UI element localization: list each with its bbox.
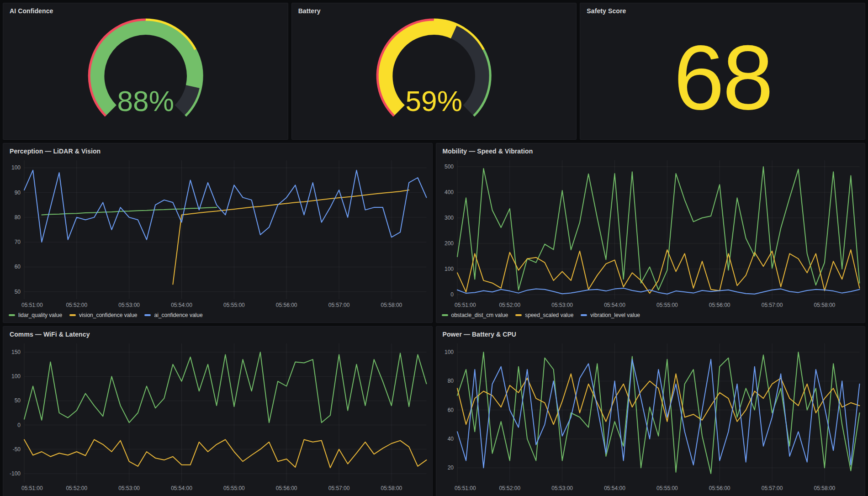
- svg-text:05:55:00: 05:55:00: [656, 485, 678, 491]
- svg-text:500: 500: [444, 164, 453, 170]
- svg-text:0: 0: [17, 422, 21, 428]
- svg-text:-100: -100: [10, 470, 21, 477]
- legend-item[interactable]: obstacle_dist_cm value: [442, 312, 508, 318]
- perception-chart: 506070809010005:51:0005:52:0005:53:0005:…: [3, 156, 432, 311]
- battery-gauge-area: 59%: [292, 16, 577, 139]
- svg-text:05:54:00: 05:54:00: [604, 485, 625, 491]
- legend-label: obstacle_dist_cm value: [451, 312, 508, 318]
- perception-legend: lidar_quality valuevision_confidence val…: [3, 311, 432, 322]
- svg-text:05:53:00: 05:53:00: [118, 485, 140, 491]
- svg-text:05:51:00: 05:51:00: [21, 302, 43, 308]
- svg-text:05:54:00: 05:54:00: [604, 302, 625, 308]
- svg-text:05:57:00: 05:57:00: [328, 485, 350, 491]
- legend-item[interactable]: speed_scaled value: [515, 312, 573, 318]
- svg-text:05:56:00: 05:56:00: [709, 485, 730, 491]
- legend-item[interactable]: vision_confidence value: [69, 312, 137, 318]
- svg-text:05:58:00: 05:58:00: [381, 302, 402, 308]
- bottom-row: Comms — WiFi & Latency -100-500501001500…: [3, 326, 865, 496]
- panel-battery: Battery 59%: [291, 3, 577, 140]
- svg-text:-50: -50: [13, 446, 21, 453]
- svg-text:05:57:00: 05:57:00: [761, 485, 783, 491]
- svg-text:40: 40: [447, 436, 454, 442]
- panel-mobility: Mobility — Speed & Vibration 01002003004…: [436, 143, 866, 323]
- svg-text:400: 400: [444, 189, 453, 195]
- svg-text:05:52:00: 05:52:00: [66, 302, 87, 308]
- stat-value: 68: [673, 32, 771, 123]
- legend-label: vision_confidence value: [79, 312, 137, 318]
- legend-label: lidar_quality value: [18, 312, 62, 318]
- panel-title-battery[interactable]: Battery: [292, 3, 577, 16]
- svg-text:80: 80: [447, 378, 454, 384]
- panel-safety-score: Safety Score 68: [580, 3, 865, 140]
- legend-swatch: [9, 314, 15, 316]
- safety-score-stat-area: 68: [580, 16, 865, 139]
- svg-text:05:51:00: 05:51:00: [455, 485, 476, 491]
- legend-item[interactable]: ai_confidence value: [144, 312, 202, 318]
- panel-title-safety-score[interactable]: Safety Score: [580, 3, 865, 16]
- svg-text:05:55:00: 05:55:00: [223, 485, 245, 491]
- svg-text:05:52:00: 05:52:00: [499, 485, 520, 491]
- battery-gauge: 59%: [347, 16, 521, 139]
- svg-text:05:51:00: 05:51:00: [455, 302, 476, 308]
- legend-item[interactable]: vibration_level value: [581, 312, 640, 318]
- comms-legend: net_latency_ms valuewifi_dbm value: [3, 494, 432, 496]
- panel-title-power[interactable]: Power — Battery & CPU: [436, 327, 865, 339]
- gauge-value: 59%: [406, 85, 463, 117]
- svg-text:100: 100: [444, 266, 453, 272]
- panel-title-comms[interactable]: Comms — WiFi & Latency: [3, 327, 432, 339]
- svg-text:20: 20: [447, 464, 454, 471]
- svg-text:05:56:00: 05:56:00: [276, 302, 297, 308]
- svg-text:60: 60: [447, 407, 454, 413]
- panel-title-mobility[interactable]: Mobility — Speed & Vibration: [436, 143, 865, 156]
- svg-text:60: 60: [15, 264, 21, 270]
- ai-confidence-gauge-area: 88%: [3, 16, 288, 139]
- svg-text:05:55:00: 05:55:00: [223, 302, 245, 308]
- svg-text:05:55:00: 05:55:00: [656, 302, 678, 308]
- svg-text:05:51:00: 05:51:00: [21, 485, 43, 491]
- svg-text:05:56:00: 05:56:00: [709, 302, 730, 308]
- svg-text:150: 150: [11, 349, 21, 355]
- svg-text:90: 90: [15, 190, 21, 196]
- svg-text:05:52:00: 05:52:00: [66, 485, 87, 491]
- legend-swatch: [144, 314, 151, 316]
- svg-text:05:52:00: 05:52:00: [499, 302, 520, 308]
- panel-power: Power — Battery & CPU 2040608010005:51:0…: [436, 326, 866, 496]
- svg-text:05:54:00: 05:54:00: [171, 485, 192, 491]
- top-row: AI Confidence 88% Battery 59% Safety Sco…: [3, 3, 865, 140]
- power-legend: battery_pct valuecpu_temp_c valuememory_…: [436, 494, 865, 496]
- panel-comms: Comms — WiFi & Latency -100-500501001500…: [3, 326, 433, 496]
- panel-title-ai-confidence[interactable]: AI Confidence: [3, 3, 288, 16]
- svg-text:05:53:00: 05:53:00: [551, 302, 573, 308]
- gauge-value: 88%: [117, 85, 174, 117]
- svg-text:05:57:00: 05:57:00: [761, 302, 783, 308]
- svg-text:100: 100: [11, 373, 21, 380]
- legend-swatch: [69, 314, 76, 316]
- svg-text:05:54:00: 05:54:00: [171, 302, 192, 308]
- svg-text:100: 100: [444, 349, 453, 355]
- svg-text:300: 300: [444, 215, 453, 221]
- ai-confidence-gauge: 88%: [58, 16, 233, 139]
- svg-text:05:58:00: 05:58:00: [814, 485, 835, 491]
- svg-text:50: 50: [15, 289, 21, 295]
- mobility-chart: 010020030040050005:51:0005:52:0005:53:00…: [436, 156, 865, 311]
- legend-label: ai_confidence value: [154, 312, 202, 318]
- svg-text:200: 200: [444, 240, 453, 247]
- legend-item[interactable]: lidar_quality value: [9, 312, 62, 318]
- legend-label: speed_scaled value: [525, 312, 573, 318]
- svg-text:100: 100: [11, 164, 21, 171]
- legend-swatch: [581, 314, 587, 316]
- panel-ai-confidence: AI Confidence 88%: [3, 3, 288, 140]
- svg-text:0: 0: [450, 291, 454, 298]
- svg-text:05:53:00: 05:53:00: [118, 302, 140, 308]
- svg-text:80: 80: [15, 214, 21, 221]
- svg-text:05:56:00: 05:56:00: [276, 485, 297, 491]
- svg-text:70: 70: [15, 239, 21, 245]
- grafana-dashboard: AI Confidence 88% Battery 59% Safety Sco…: [0, 0, 868, 496]
- panel-title-perception[interactable]: Perception — LiDAR & Vision: [3, 143, 432, 156]
- comms-chart: -100-5005010015005:51:0005:52:0005:53:00…: [3, 339, 432, 494]
- svg-text:05:58:00: 05:58:00: [814, 302, 835, 308]
- middle-row: Perception — LiDAR & Vision 506070809010…: [3, 143, 865, 323]
- legend-swatch: [442, 314, 448, 316]
- svg-text:05:58:00: 05:58:00: [381, 485, 402, 491]
- mobility-legend: obstacle_dist_cm valuespeed_scaled value…: [436, 311, 865, 322]
